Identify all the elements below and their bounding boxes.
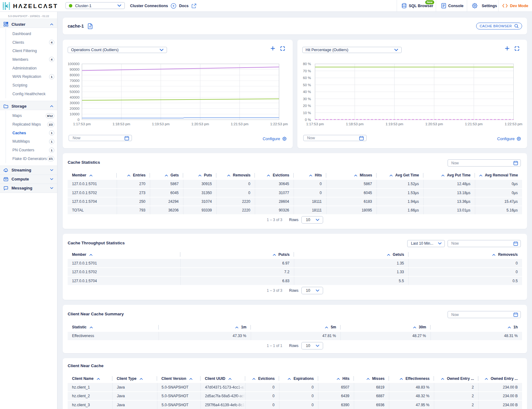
svg-text:50 %: 50 % — [303, 83, 311, 87]
svg-text:1:17:53 pm: 1:17:53 pm — [73, 122, 91, 126]
svg-text:80 %: 80 % — [303, 62, 311, 66]
svg-text:60000: 60000 — [70, 84, 79, 88]
svg-text:0: 0 — [78, 118, 79, 122]
svg-text:1:20:53 pm: 1:20:53 pm — [425, 122, 443, 126]
svg-text:1:17:53 pm: 1:17:53 pm — [306, 122, 324, 126]
svg-text:1:20:53 pm: 1:20:53 pm — [192, 122, 209, 126]
svg-text:20 %: 20 % — [303, 104, 311, 108]
svg-text:1:22:53 pm: 1:22:53 pm — [270, 122, 288, 126]
svg-text:30000: 30000 — [70, 101, 79, 105]
svg-text:80000: 80000 — [70, 73, 79, 77]
svg-text:40 %: 40 % — [303, 90, 311, 94]
svg-text:1:21:53 pm: 1:21:53 pm — [465, 122, 483, 126]
svg-text:40000: 40000 — [70, 96, 79, 99]
svg-text:100000: 100000 — [68, 62, 79, 66]
svg-text:30 %: 30 % — [303, 97, 311, 101]
svg-text:70000: 70000 — [70, 79, 79, 82]
svg-text:90000: 90000 — [70, 68, 79, 71]
svg-text:1:19:53 pm: 1:19:53 pm — [385, 122, 403, 126]
svg-text:1:18:53 pm: 1:18:53 pm — [113, 122, 130, 126]
svg-text:50000: 50000 — [70, 90, 79, 94]
svg-text:1:19:53 pm: 1:19:53 pm — [152, 122, 170, 126]
svg-text:1:18:53 pm: 1:18:53 pm — [346, 122, 363, 126]
svg-text:20000: 20000 — [70, 107, 79, 110]
svg-text:70 %: 70 % — [303, 69, 311, 73]
svg-text:10000: 10000 — [70, 112, 79, 116]
svg-text:60 %: 60 % — [303, 76, 311, 80]
svg-text:0 %: 0 % — [305, 118, 311, 122]
svg-text:1:21:53 pm: 1:21:53 pm — [231, 122, 249, 126]
svg-text:10 %: 10 % — [303, 111, 311, 115]
svg-text:1:22:53 pm: 1:22:53 pm — [505, 122, 522, 126]
